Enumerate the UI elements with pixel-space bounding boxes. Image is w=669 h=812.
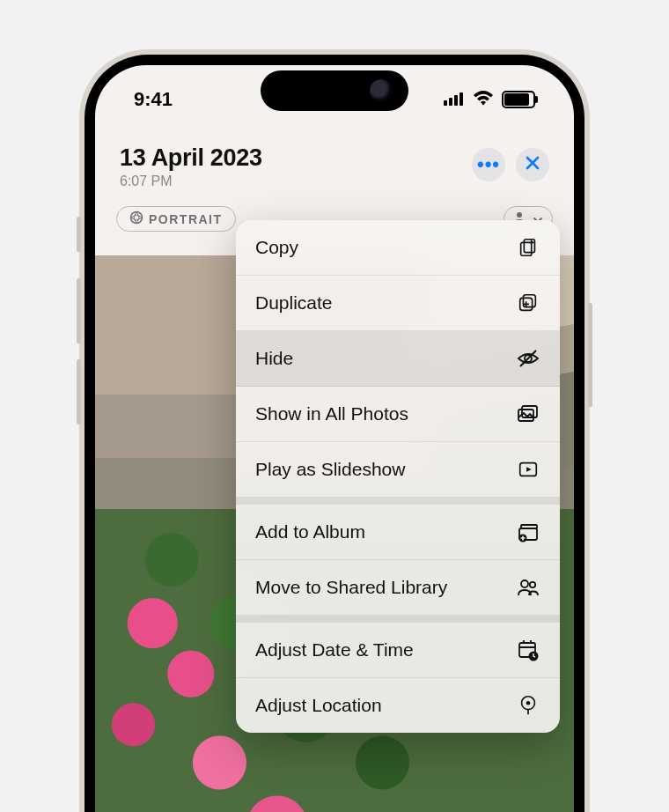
wifi-icon bbox=[473, 88, 494, 111]
menu-item-label: Duplicate bbox=[255, 292, 333, 314]
more-button[interactable]: ••• bbox=[472, 148, 505, 181]
menu-item-label: Adjust Location bbox=[255, 695, 382, 716]
menu-item-label: Add to Album bbox=[255, 521, 365, 543]
menu-item-label: Play as Slideshow bbox=[255, 459, 405, 480]
photo-date: 13 April 2023 bbox=[120, 144, 262, 172]
play-icon bbox=[516, 457, 540, 482]
menu-item-label: Copy bbox=[255, 237, 298, 258]
photo-time: 6:07 PM bbox=[120, 173, 262, 189]
action-button bbox=[77, 217, 81, 252]
context-menu: Copy Duplicate Hide bbox=[236, 220, 560, 733]
menu-item-label: Adjust Date & Time bbox=[255, 639, 414, 661]
menu-item-adjust-location[interactable]: Adjust Location bbox=[236, 678, 560, 733]
close-icon bbox=[525, 155, 540, 174]
svg-rect-2 bbox=[454, 95, 458, 106]
add-album-icon bbox=[516, 520, 540, 544]
dynamic-island bbox=[261, 70, 408, 111]
shared-library-icon bbox=[516, 575, 540, 600]
side-button bbox=[588, 303, 592, 407]
svg-rect-6 bbox=[524, 240, 534, 253]
svg-point-18 bbox=[530, 582, 535, 587]
battery-icon bbox=[502, 91, 535, 108]
menu-item-label: Move to Shared Library bbox=[255, 577, 447, 598]
volume-up-button bbox=[77, 278, 81, 343]
svg-rect-8 bbox=[523, 295, 535, 307]
menu-item-play-slideshow[interactable]: Play as Slideshow bbox=[236, 442, 560, 498]
aperture-icon bbox=[129, 210, 143, 227]
copy-icon bbox=[516, 235, 540, 260]
svg-point-4 bbox=[131, 212, 143, 224]
photo-header: 13 April 2023 6:07 PM ••• bbox=[95, 139, 574, 202]
portrait-badge[interactable]: PORTRAIT bbox=[116, 206, 236, 232]
svg-point-5 bbox=[517, 212, 522, 218]
portrait-badge-label: PORTRAIT bbox=[149, 212, 223, 226]
svg-rect-3 bbox=[459, 92, 463, 106]
menu-item-label: Show in All Photos bbox=[255, 403, 408, 424]
cellular-icon bbox=[444, 88, 465, 111]
menu-item-adjust-date-time[interactable]: Adjust Date & Time bbox=[236, 623, 560, 678]
menu-separator bbox=[236, 498, 560, 505]
gallery-icon bbox=[516, 402, 540, 426]
menu-separator bbox=[236, 616, 560, 623]
svg-point-17 bbox=[521, 580, 528, 587]
svg-rect-7 bbox=[521, 242, 532, 255]
menu-item-add-to-album[interactable]: Add to Album bbox=[236, 505, 560, 560]
close-button[interactable] bbox=[516, 148, 549, 181]
svg-rect-0 bbox=[444, 100, 447, 106]
iphone-frame: 9:41 13 April 2023 6 bbox=[79, 49, 590, 812]
location-pin-icon bbox=[516, 693, 540, 718]
hide-icon bbox=[516, 346, 540, 371]
svg-rect-11 bbox=[522, 406, 537, 417]
menu-item-copy[interactable]: Copy bbox=[236, 220, 560, 276]
menu-item-hide[interactable]: Hide bbox=[236, 331, 560, 387]
menu-item-show-in-all-photos[interactable]: Show in All Photos bbox=[236, 387, 560, 442]
svg-rect-1 bbox=[449, 98, 452, 106]
menu-item-move-shared-library[interactable]: Move to Shared Library bbox=[236, 560, 560, 616]
svg-point-22 bbox=[526, 701, 531, 705]
duplicate-icon bbox=[516, 291, 540, 315]
calendar-clock-icon bbox=[516, 638, 540, 662]
status-time: 9:41 bbox=[134, 88, 173, 111]
volume-down-button bbox=[77, 359, 81, 424]
menu-item-duplicate[interactable]: Duplicate bbox=[236, 276, 560, 331]
menu-item-label: Hide bbox=[255, 348, 293, 369]
